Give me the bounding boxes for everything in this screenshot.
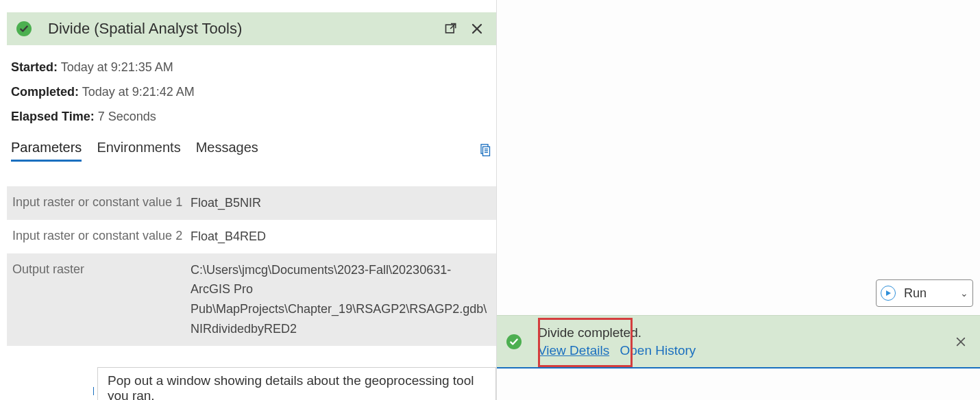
tooltip: Pop out a window showing details about t… <box>97 367 496 400</box>
details-panel: Divide (Spatial Analyst Tools) Started: … <box>7 0 496 400</box>
tabs: Parameters Environments Messages <box>11 140 477 162</box>
svg-marker-8 <box>886 290 891 296</box>
success-icon <box>16 21 32 36</box>
param-value: C:\Users\jmcg\Documents\2023-Fall\202306… <box>191 260 491 339</box>
status-body: Divide completed. View Details Open Hist… <box>538 325 951 358</box>
status-message: Divide completed. <box>538 325 951 340</box>
parameters-table: Input raster or constant value 1 Float_B… <box>7 186 496 346</box>
started-label: Started: <box>11 60 58 74</box>
tab-parameters[interactable]: Parameters <box>11 140 82 162</box>
param-value: Float_B4RED <box>191 227 491 247</box>
success-icon <box>506 334 522 349</box>
tab-environments[interactable]: Environments <box>97 140 180 162</box>
tooltip-connector <box>93 387 94 395</box>
chevron-down-icon[interactable]: ⌄ <box>960 288 968 299</box>
run-label: Run <box>904 286 960 301</box>
title-bar: Divide (Spatial Analyst Tools) <box>7 12 496 45</box>
run-button[interactable]: Run ⌄ <box>876 279 973 307</box>
play-icon <box>881 286 896 301</box>
param-label: Input raster or constant value 2 <box>12 227 191 247</box>
copy-icon[interactable] <box>477 143 492 158</box>
status-bar: Divide completed. View Details Open Hist… <box>497 315 980 368</box>
tab-messages[interactable]: Messages <box>196 140 258 162</box>
open-history-link[interactable]: Open History <box>620 343 696 358</box>
close-icon[interactable] <box>467 19 487 38</box>
svg-rect-4 <box>483 147 490 155</box>
param-label: Input raster or constant value 1 <box>12 193 191 213</box>
geoprocessing-panel: Run ⌄ Divide completed. View Details Ope… <box>496 0 980 400</box>
share-icon[interactable] <box>441 19 461 38</box>
completed-value: Today at 9:21:42 AM <box>82 85 195 99</box>
run-metadata: Started: Today at 9:21:35 AM Completed: … <box>7 45 496 136</box>
table-row: Input raster or constant value 2 Float_B… <box>7 220 496 253</box>
param-value: Float_B5NIR <box>191 193 491 213</box>
table-row: Output raster C:\Users\jmcg\Documents\20… <box>7 253 496 346</box>
param-label: Output raster <box>12 260 191 339</box>
completed-label: Completed: <box>11 85 79 99</box>
tool-title: Divide (Spatial Analyst Tools) <box>48 20 434 38</box>
elapsed-value: 7 Seconds <box>98 110 156 123</box>
status-links: View Details Open History <box>538 343 951 358</box>
table-row: Input raster or constant value 1 Float_B… <box>7 186 496 220</box>
tabs-row: Parameters Environments Messages <box>7 136 496 162</box>
elapsed-label: Elapsed Time: <box>11 110 95 123</box>
view-details-link[interactable]: View Details <box>538 343 609 358</box>
started-value: Today at 9:21:35 AM <box>61 60 173 74</box>
close-icon[interactable] <box>951 332 970 351</box>
